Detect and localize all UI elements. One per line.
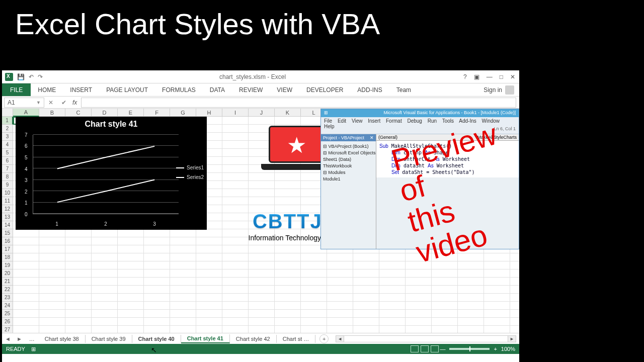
chevron-down-icon[interactable]: ▼	[36, 100, 41, 105]
row-header[interactable]: 10	[2, 189, 13, 197]
menu-format[interactable]: Format	[386, 118, 402, 124]
name-box[interactable]: A1 ▼	[4, 98, 44, 108]
macro-recorder-icon[interactable]: ⊞	[31, 346, 36, 352]
sheet-tab[interactable]: Chart style 39	[86, 335, 132, 343]
tab-page-layout[interactable]: PAGE LAYOUT	[99, 83, 155, 96]
menu-tools[interactable]: Tools	[442, 118, 454, 124]
sheet-tab-ellipsis[interactable]: …	[25, 336, 39, 342]
row-header[interactable]: 21	[2, 278, 13, 286]
close-icon[interactable]: ✕	[510, 73, 515, 80]
row-header[interactable]: 3	[2, 133, 13, 141]
row-header[interactable]: 6	[2, 157, 13, 165]
row-header[interactable]: 12	[2, 205, 13, 213]
menu-view[interactable]: View	[352, 118, 363, 124]
save-icon[interactable]: 💾	[17, 73, 25, 80]
tab-developer[interactable]: DEVELOPER	[299, 83, 350, 96]
tree-item[interactable]: Module1	[323, 176, 374, 183]
row-header[interactable]: 2	[2, 125, 13, 133]
scroll-left-icon[interactable]: ◄	[336, 336, 344, 342]
row-header[interactable]: 20	[2, 269, 13, 278]
page-layout-view-icon[interactable]	[421, 345, 429, 352]
tab-view[interactable]: VIEW	[270, 83, 299, 96]
row-header[interactable]: 5	[2, 149, 13, 157]
page-break-view-icon[interactable]	[431, 345, 439, 352]
column-header[interactable]: H	[196, 109, 222, 117]
row-header[interactable]: 15	[2, 229, 13, 237]
column-header[interactable]: I	[222, 109, 249, 117]
tab-formulas[interactable]: FORMULAS	[155, 83, 203, 96]
column-header[interactable]: K	[275, 109, 301, 117]
row-header[interactable]: 13	[2, 213, 13, 221]
menu-addins[interactable]: Add-Ins	[459, 118, 476, 124]
row-header[interactable]: 18	[2, 253, 13, 261]
row-header[interactable]: 4	[2, 141, 13, 149]
horizontal-scrollbar[interactable]: ◄ ►	[336, 335, 516, 342]
tree-item[interactable]: ThisWorkbook	[323, 163, 374, 169]
menu-debug[interactable]: Debug	[407, 118, 422, 124]
sheet-tab-active[interactable]: Chart style 41	[181, 334, 230, 343]
row-header[interactable]: 26	[2, 318, 13, 326]
row-header[interactable]: 19	[2, 261, 13, 269]
file-tab[interactable]: FILE	[2, 83, 31, 96]
row-header[interactable]: 23	[2, 294, 13, 302]
sheet-tab[interactable]: Chart style 40	[132, 335, 181, 343]
embedded-chart[interactable]: Chart style 41 0 1 2 3 4 5 6	[16, 117, 207, 230]
row-header[interactable]: 14	[2, 221, 13, 229]
tree-item[interactable]: ⊟ Modules	[323, 169, 374, 176]
menu-run[interactable]: Run	[428, 118, 437, 124]
column-header[interactable]: G	[170, 109, 196, 117]
select-all-button[interactable]	[2, 109, 13, 117]
normal-view-icon[interactable]	[411, 345, 419, 352]
menu-file[interactable]: File	[324, 118, 332, 124]
redo-icon[interactable]: ↷	[38, 73, 43, 80]
object-dropdown[interactable]: (General)	[378, 135, 397, 140]
vba-editor-window[interactable]: ⊞ Microsoft Visual Basic for Application…	[320, 109, 519, 249]
menu-help[interactable]: Help	[324, 124, 335, 129]
row-header[interactable]: 8	[2, 173, 13, 181]
menu-edit[interactable]: Edit	[338, 118, 346, 124]
sheet-tab[interactable]: Chart style 38	[39, 335, 86, 343]
column-header[interactable]: A	[13, 109, 39, 117]
tree-item[interactable]: ⊟ Microsoft Excel Objects	[323, 150, 374, 156]
close-icon[interactable]: ✕	[370, 135, 374, 140]
procedure-dropdown[interactable]: MakeAllStyleCharts	[477, 135, 517, 140]
help-icon[interactable]: ?	[463, 73, 467, 80]
worksheet-grid[interactable]: A B C D E F G H I J K L M N O 1234567891…	[2, 109, 519, 333]
minimize-icon[interactable]: —	[487, 73, 493, 80]
row-header[interactable]: 22	[2, 286, 13, 294]
sheet-tab[interactable]: Chart st …	[277, 335, 316, 343]
row-header[interactable]: 27	[2, 326, 13, 333]
column-header[interactable]: E	[118, 109, 144, 117]
zoom-slider[interactable]	[449, 348, 490, 350]
tab-data[interactable]: DATA	[203, 83, 232, 96]
cancel-icon[interactable]: ✕	[44, 99, 57, 106]
row-header[interactable]: 17	[2, 245, 13, 253]
code-pane[interactable]: (General) MakeAllStyleCharts Sub MakeAll…	[376, 134, 519, 249]
zoom-in-icon[interactable]: +	[494, 346, 497, 352]
row-header[interactable]: 1	[2, 117, 13, 125]
sheet-nav-next[interactable]: ►	[14, 336, 25, 342]
scroll-right-icon[interactable]: ►	[508, 336, 516, 342]
tab-review[interactable]: REVIEW	[232, 83, 270, 96]
row-header[interactable]: 16	[2, 237, 13, 245]
row-header[interactable]: 7	[2, 165, 13, 173]
row-header[interactable]: 11	[2, 197, 13, 205]
column-header[interactable]: F	[144, 109, 170, 117]
row-header[interactable]: 25	[2, 310, 13, 318]
tree-item[interactable]: ⊟ VBAProject (Book1)	[323, 143, 374, 150]
formula-input[interactable]	[81, 98, 516, 108]
column-header[interactable]: B	[39, 109, 65, 117]
zoom-level[interactable]: 100%	[501, 346, 515, 352]
sign-in-button[interactable]: Sign in	[478, 83, 519, 96]
row-header[interactable]: 9	[2, 181, 13, 189]
column-header[interactable]: C	[65, 109, 92, 117]
tree-item[interactable]: Sheet1 (Data)	[323, 156, 374, 163]
sheet-nav-prev[interactable]: ◄	[2, 336, 14, 342]
tab-home[interactable]: HOME	[31, 83, 63, 96]
zoom-out-icon[interactable]: —	[440, 346, 445, 352]
ribbon-display-icon[interactable]: ▣	[474, 73, 479, 80]
project-tree[interactable]: ⊟ VBAProject (Book1) ⊟ Microsoft Excel O…	[321, 141, 376, 249]
menu-insert[interactable]: Insert	[368, 118, 380, 124]
row-header[interactable]: 24	[2, 302, 13, 310]
column-header[interactable]: D	[92, 109, 118, 117]
